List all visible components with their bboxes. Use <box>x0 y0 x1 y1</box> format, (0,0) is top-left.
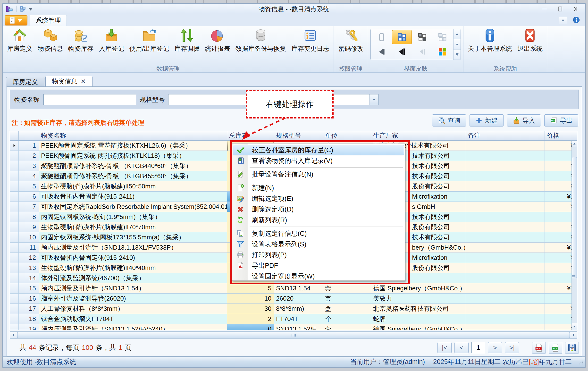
triangle-down-icon <box>573 325 576 328</box>
pdf-icon: PDF <box>535 343 543 352</box>
export-button[interactable]: XLS导出 <box>544 114 578 127</box>
cell-row-number: 16 <box>19 294 39 304</box>
context-menu-item[interactable]: 设置表格显示列(S) <box>233 239 404 250</box>
cell-total-stock: 2 <box>227 314 274 324</box>
context-menu-item[interactable]: 复制选定行信息(C) <box>233 228 404 239</box>
scroll-left-button[interactable] <box>10 332 17 339</box>
ribbon-button-inbound[interactable]: 入库登记 <box>97 27 126 54</box>
ribbon-button-outbound[interactable]: 使用/出库登记 <box>127 27 171 54</box>
query-button[interactable]: 查询 <box>432 114 466 127</box>
context-menu-item[interactable]: 批量设置备注信息(N) <box>233 169 404 180</box>
table-row[interactable]: 15颅内压测量及引流针（SND13.1.54）5SND13.1.54套德国 Sp… <box>10 283 577 294</box>
spec-dropdown-button[interactable] <box>369 95 378 105</box>
export-pdf-button[interactable]: PDF <box>532 342 546 354</box>
ribbon-button-warehouse-define[interactable]: 库房定义 <box>5 27 34 54</box>
table-row[interactable]: 19颅内压测量及引流针（SND13.1.52/FV5240）0SND13.1.5… <box>10 324 577 330</box>
resize-grip[interactable] <box>578 360 583 366</box>
log-icon <box>303 28 317 42</box>
column-header-price[interactable]: 价格 <box>545 131 577 140</box>
prev-page-button[interactable]: < <box>454 342 469 353</box>
ribbon-button-material-info[interactable]: 物资信息 <box>36 27 65 54</box>
column-header-unit[interactable]: 单位 <box>323 131 371 140</box>
save-button[interactable] <box>565 342 579 354</box>
tab-warehouse-define[interactable]: 库房定义 <box>6 77 44 87</box>
scroll-up-button[interactable] <box>572 141 577 147</box>
scroll-down-button[interactable] <box>572 323 577 330</box>
ribbon-button-db-backup[interactable]: 数据库备份与恢复 <box>233 27 288 54</box>
tab-material-info[interactable]: 物资信息 ✕ <box>45 76 93 87</box>
skin-thumbnail[interactable] <box>392 45 412 59</box>
next-page-button[interactable]: > <box>488 342 502 353</box>
context-menu-item[interactable]: 新建(N) <box>233 183 404 193</box>
close-button[interactable] <box>568 4 583 14</box>
ribbon-collapse-button[interactable] <box>559 17 567 24</box>
status-bar: 欢迎使用 -数目清点系统 当前用户：管理员(admin) 2025年11月11日… <box>3 357 585 367</box>
skin-thumbnail[interactable] <box>433 30 452 44</box>
vertical-scrollbar[interactable] <box>571 141 577 330</box>
new-button[interactable]: 新建 <box>470 114 504 127</box>
gallery-scroll-up[interactable] <box>453 29 461 39</box>
context-menu-item[interactable]: 刷新列表(R) <box>233 215 404 225</box>
edit-icon <box>233 195 248 202</box>
ribbon-button-about[interactable]: 关于本管理系统 <box>466 27 514 54</box>
material-name-label: 物资名称 <box>14 90 40 109</box>
context-menu-item[interactable]: 编辑选定项(E) <box>233 193 404 204</box>
cell-material-name: 可吸收骨折内骨固定体(915-2411) <box>39 191 227 202</box>
skin-thumbnail[interactable] <box>372 45 392 59</box>
row-indicator <box>10 171 19 181</box>
cell-row-number: 15 <box>19 283 39 294</box>
context-menu-item[interactable]: 查看该物资的出入库记录(V) <box>233 155 404 166</box>
gallery-scroll-down[interactable] <box>453 39 461 50</box>
ribbon-button-report[interactable]: 统计报表 <box>203 27 232 54</box>
context-menu-item[interactable]: 导出PDF <box>233 260 404 271</box>
table-row[interactable]: 17人工骨修复材料（8*8*3mm）308*8*3mm)盒北京奥精医药科技有限公… <box>10 304 577 314</box>
date-text: 2025年11月11日星期二 农历乙巳[蛇]年九月廿二 <box>433 357 572 366</box>
first-page-button[interactable]: |< <box>438 342 452 353</box>
context-menu-item-label: 编辑选定项(E) <box>248 194 293 203</box>
column-header-maker[interactable]: 生产厂家 <box>371 131 466 140</box>
horizontal-scrollbar[interactable] <box>10 331 577 339</box>
cell-remark <box>466 161 545 171</box>
skin-thumbnail[interactable] <box>412 45 432 59</box>
ribbon-button-transfer[interactable]: 库存调拨 <box>172 27 201 54</box>
context-menu-item[interactable]: 打印列表(P) <box>233 250 404 260</box>
table-row[interactable]: 16脑室外引流及监测导管(26020)1026020套美敦力 <box>10 294 577 304</box>
gallery-dropdown[interactable] <box>453 50 461 60</box>
vertical-scroll-thumb[interactable] <box>572 157 577 278</box>
ribbon-button-material-stock[interactable]: 物资库存 <box>66 27 95 54</box>
context-menu-item[interactable]: 设置固定宽度显示(W) <box>233 271 404 282</box>
skin-thumbnail[interactable] <box>372 30 392 44</box>
horizontal-scroll-thumb[interactable] <box>17 332 570 338</box>
context-menu-item[interactable]: 删除选定项(D) <box>233 204 404 215</box>
last-page-button[interactable]: >| <box>505 342 519 353</box>
correction-hint-text: 注：如需较正库存，请选择列表后右键菜单处理 <box>12 118 144 127</box>
ribbon-button-exit[interactable]: 退出系统 <box>515 27 545 54</box>
cell-material-name: 聚醚醚酮颅骨修补系统-骨板 （KTGB455*60°（集采） <box>39 171 227 181</box>
table-row[interactable]: 18钛合金脑动脉瘤夹FT704T2FT704T个蛇牌¥ <box>10 314 577 324</box>
context-menu-item[interactable]: 较正各科室库房的库存量(C) <box>233 145 404 155</box>
group-label-data: 数据管理 <box>5 65 331 72</box>
caret-down-icon <box>17 17 23 24</box>
page-number-input[interactable] <box>472 342 485 353</box>
maximize-button[interactable] <box>552 4 568 14</box>
export-xls-button[interactable]: XLS <box>549 342 562 354</box>
goods-icon <box>43 28 57 42</box>
material-name-input[interactable] <box>43 94 136 105</box>
column-header-name[interactable]: 物资名称 <box>39 131 227 140</box>
tab-close-icon[interactable]: ✕ <box>81 78 86 85</box>
tab-system-management[interactable]: 系统管理 <box>30 15 67 26</box>
new-icon <box>233 184 248 192</box>
save-icon <box>567 343 576 352</box>
scroll-right-button[interactable] <box>570 332 577 339</box>
skin-thumbnail[interactable] <box>433 45 452 59</box>
help-button[interactable] <box>573 16 580 24</box>
skin-thumbnail[interactable] <box>412 30 432 44</box>
ribbon-button-stock-log[interactable]: 库存变更日志 <box>289 27 331 54</box>
minimize-button[interactable] <box>537 4 552 14</box>
skin-thumbnail-selected[interactable] <box>392 30 412 44</box>
import-button[interactable]: 导入 <box>507 114 541 127</box>
ribbon-button-password[interactable]: 密码修改 <box>336 27 365 54</box>
column-header-remark[interactable]: 备注 <box>466 131 545 140</box>
application-menu-button[interactable] <box>5 15 27 25</box>
skin-gallery[interactable] <box>370 29 461 60</box>
